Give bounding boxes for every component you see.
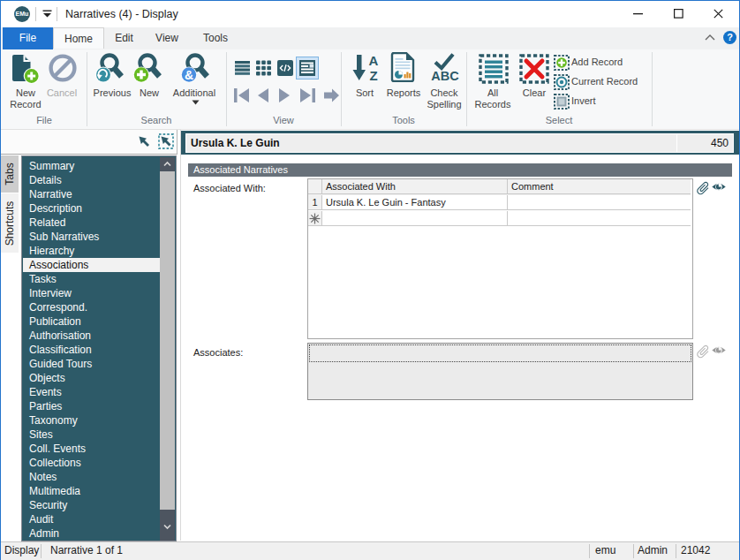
svg-text:Z: Z bbox=[369, 68, 377, 83]
svg-text:&: & bbox=[185, 68, 193, 82]
svg-text:ABC: ABC bbox=[431, 69, 459, 83]
svg-text:A: A bbox=[369, 53, 379, 68]
